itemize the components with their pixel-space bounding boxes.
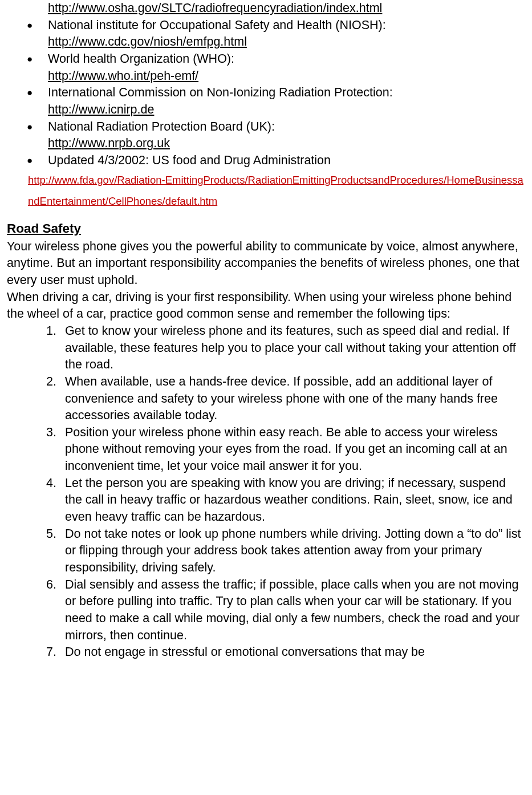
- tip-item: Get to know your wireless phone and its …: [65, 323, 527, 374]
- fda-link[interactable]: http://www.fda.gov/Radiation-EmittingPro…: [28, 174, 523, 207]
- list-item: Updated 4/3/2002: US food and Drug Admin…: [48, 152, 527, 212]
- list-item-text: World health Organization (WHO):: [48, 52, 234, 66]
- list-item: International Commission on Non-Ionizing…: [48, 84, 527, 118]
- tip-item: When available, use a hands-free device.…: [65, 374, 527, 424]
- road-safety-heading: Road Safety: [7, 220, 527, 237]
- tip-item: Position your wireless phone within easy…: [65, 424, 527, 475]
- who-link[interactable]: http://www.who.int/peh-emf/: [48, 69, 198, 83]
- list-item-text: International Commission on Non-Ionizing…: [48, 86, 393, 99]
- osha-link[interactable]: http://www.osha.gov/SLTC/radiofrequencyr…: [48, 0, 527, 17]
- tip-item: Dial sensibly and assess the traffic; if…: [65, 577, 527, 644]
- tip-item: Let the person you are speaking with kno…: [65, 475, 527, 526]
- road-safety-para-1: Your wireless phone gives you the powerf…: [7, 238, 527, 289]
- list-item-text: Updated 4/3/2002: US food and Drug Admin…: [48, 153, 331, 167]
- road-safety-para-2: When driving a car, driving is your firs…: [7, 289, 527, 323]
- list-item: National Radiation Protection Board (UK)…: [48, 119, 527, 152]
- tips-list: Get to know your wireless phone and its …: [7, 323, 527, 661]
- tip-item: Do not engage in stressful or emotional …: [65, 644, 527, 661]
- niosh-link[interactable]: http://www.cdc.gov/niosh/emfpg.html: [48, 35, 247, 48]
- list-item: National institute for Occupational Safe…: [48, 17, 527, 51]
- tip-item: Do not take notes or look up phone numbe…: [65, 526, 527, 577]
- nrpb-link[interactable]: http://www.nrpb.org.uk: [48, 136, 170, 150]
- list-item-text: National institute for Occupational Safe…: [48, 18, 386, 32]
- resource-list: National institute for Occupational Safe…: [7, 17, 527, 212]
- list-item: World health Organization (WHO): http://…: [48, 51, 527, 84]
- list-item-text: National Radiation Protection Board (UK)…: [48, 120, 275, 133]
- icnirp-link[interactable]: http://www.icnirp.de: [48, 103, 154, 116]
